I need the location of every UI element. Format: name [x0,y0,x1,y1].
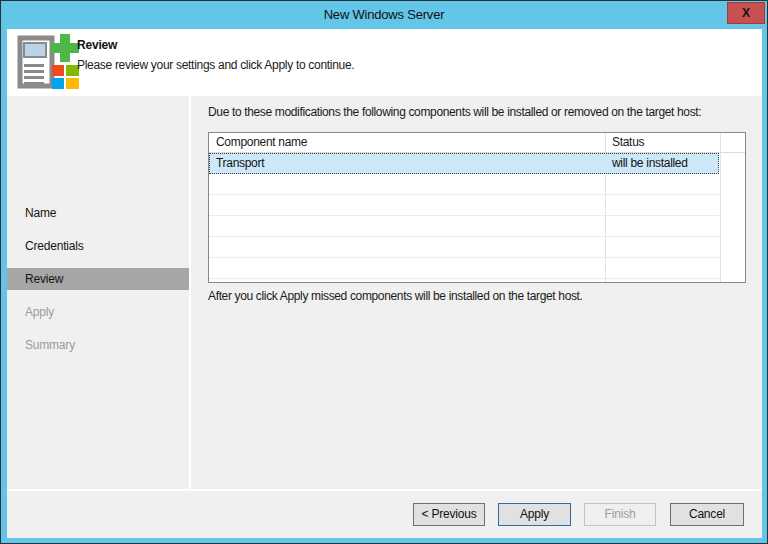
sidebar-separator [189,96,191,489]
instruction-text: Due to these modifications the following… [208,105,701,119]
sidebar-item-apply: Apply [7,301,189,323]
main-area: Name Credentials Review Apply Summary Du… [7,96,762,489]
table-row[interactable]: Transport will be installed [209,153,719,174]
row-line [209,194,719,195]
sidebar-item-name[interactable]: Name [7,202,189,224]
sidebar-item-credentials[interactable]: Credentials [7,235,189,257]
step-subtitle: Please review your settings and click Ap… [77,58,354,72]
row-line [209,236,719,237]
wizard-header: Review Please review your settings and c… [7,29,762,96]
component-name-cell: Transport [216,154,264,173]
components-table: Component name Status Transport will be … [208,132,746,283]
close-button[interactable]: X [727,2,765,24]
column-header-status[interactable]: Status [612,133,644,152]
status-cell: will be installed [612,154,688,173]
windows-server-add-icon [15,34,79,90]
previous-button[interactable]: < Previous [413,503,485,526]
titlebar[interactable]: New Windows Server [1,1,767,28]
step-title: Review [77,38,117,52]
column-divider [720,133,721,282]
close-icon: X [742,6,750,20]
column-header-component-name[interactable]: Component name [216,133,307,152]
finish-button[interactable]: Finish [584,503,656,526]
apply-button[interactable]: Apply [498,503,571,526]
sidebar-item-summary: Summary [7,334,189,356]
note-text: After you click Apply missed components … [208,289,583,303]
window-title: New Windows Server [1,1,767,28]
sidebar-item-review[interactable]: Review [7,268,189,290]
row-line [209,257,719,258]
row-line [209,215,719,216]
row-line [209,278,719,279]
new-windows-server-dialog: New Windows Server X Review Please revie… [0,0,768,544]
cancel-button[interactable]: Cancel [670,503,744,526]
